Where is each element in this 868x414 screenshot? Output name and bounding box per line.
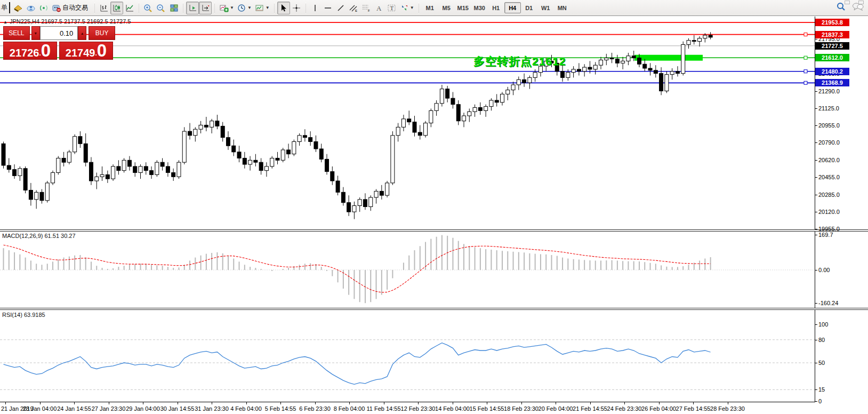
time-tick-mark [5,402,6,404]
axis-tick-mark [815,363,817,363]
sell-price-frac: 0 [41,43,51,59]
price-tick-label: 20120.0 [818,209,840,215]
time-tick-mark [487,402,487,404]
price-tick-label: 20955.0 [818,122,840,129]
time-tick-mark [728,402,728,404]
time-tick-mark [246,402,247,404]
buy-price-frac: 0 [97,43,107,59]
price-level-badge: 21368.9 [815,79,849,86]
price-level-badge: 21837.3 [815,31,849,38]
volume-input[interactable]: 0.10 [40,26,78,40]
rsi-label: RSI(14) 63.9185 [2,312,45,318]
axis-tick-mark [815,177,817,178]
axis-tick-mark [815,212,817,212]
rsi-scale-label: 50 [818,360,825,366]
chart-title: ▲JPN225,H4 21697.5 21737.5 21692.5 21727… [3,18,131,25]
sell-price-box[interactable]: 21726 . 0 [3,42,57,60]
time-tick-mark [624,402,625,404]
axis-tick-mark [815,270,817,270]
time-tick-mark [315,402,316,404]
time-tick-mark [40,402,41,404]
macd-signal-line [4,245,711,292]
pane-splitter[interactable] [0,229,868,232]
volume-increase-button[interactable]: ▲ [78,26,86,40]
time-axis[interactable]: 21 Jan 201923 Jan 04:0024 Jan 14:5527 Ja… [0,402,868,414]
line-endpoint-marker [804,56,807,59]
one-click-trading-panel: SELL ▼ 0.10 ▲ BUY 21726 . 0 21749 . 0 [3,26,115,60]
price-tick-label: 20285.0 [818,192,840,198]
axis-tick-mark [815,340,817,340]
price-level-badge: 21727.5 [815,42,849,50]
time-tick-mark [556,402,556,404]
time-tick-mark [590,402,591,404]
time-tick-mark [418,402,419,404]
buy-button[interactable]: BUY [89,26,115,40]
line-endpoint-marker [804,81,807,84]
axis-tick-mark [815,91,817,92]
price-tick-label: 21290.0 [818,88,840,94]
time-tick-mark [178,402,178,404]
price-tick-label: 20790.0 [818,139,840,146]
price-tick-label: 21125.0 [818,105,839,112]
axis-tick-mark [815,195,817,195]
one-click-toggle-icon[interactable]: ▲ [3,20,7,25]
time-tick-mark [349,402,350,404]
price-level-badge: 21480.2 [815,68,849,75]
price-level-badge: 21612.0 [815,54,849,61]
chart-surface[interactable] [0,0,868,414]
price-tick-label: 20455.0 [818,174,840,180]
axis-tick-mark [815,401,817,402]
macd-scale-label: 169.7 [818,232,833,238]
line-endpoint-marker [804,33,807,36]
price-tick-label: 20620.0 [818,157,840,163]
buy-price-box[interactable]: 21749 . 0 [59,42,113,60]
line-endpoint-marker [804,70,807,73]
time-tick-mark [74,402,75,404]
time-tick-mark [384,402,384,404]
time-tick-mark [453,402,453,404]
time-tick-mark [693,402,694,404]
candlestick-series [709,35,712,37]
sell-button[interactable]: SELL [3,26,30,40]
axis-tick-mark [815,39,817,39]
axis-tick-mark [815,229,817,229]
rsi-line [4,343,711,385]
macd-scale-label: 0.00 [818,267,830,273]
mt4-terminal-window: { "toolbar": { "partial_button": "单", "a… [0,0,868,414]
rsi-scale-label: 15 [818,386,825,393]
chart-text-annotation[interactable]: 多空转折点21612 [473,54,566,69]
price-level-badge: 21953.8 [815,19,849,26]
pane-splitter[interactable] [0,308,868,310]
time-tick-mark [280,402,281,404]
time-tick-mark [521,402,522,404]
time-tick-mark [109,402,109,404]
axis-tick-mark [815,160,817,161]
rsi-scale-label: 80 [818,337,825,343]
time-tick-mark [659,402,660,404]
axis-tick-mark [815,125,817,126]
axis-tick-mark [815,142,817,143]
axis-tick-mark [815,324,817,325]
sell-price-int: 21726 [10,47,39,59]
axis-tick-mark [815,108,817,109]
macd-scale-label: -160.24 [818,300,838,306]
axis-tick-mark [815,389,817,390]
volume-decrease-button[interactable]: ▼ [31,26,40,40]
axis-tick-mark [815,303,817,304]
rsi-scale-label: 100 [818,321,828,328]
time-tick-mark [143,402,143,404]
buy-price-int: 21749 [66,47,95,59]
axis-tick-mark [815,235,817,235]
time-tick-label: 28 Feb 23:30 [703,405,752,412]
price-axis[interactable]: 21795.021460.021290.021125.020955.020790… [815,17,868,402]
macd-label: MACD(12,26,9) 61.51 30.27 [2,233,76,239]
time-tick-mark [212,402,212,404]
